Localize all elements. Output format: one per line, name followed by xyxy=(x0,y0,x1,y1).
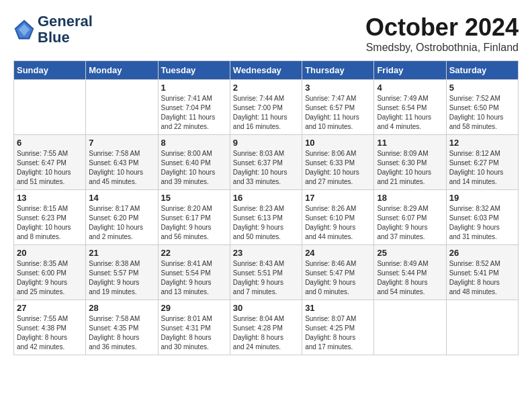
title-block: October 2024 Smedsby, Ostrobothnia, Finl… xyxy=(365,13,519,54)
logo-line2: Blue xyxy=(38,30,93,46)
day-info: Sunrise: 7:58 AM Sunset: 6:43 PM Dayligh… xyxy=(89,149,154,187)
calendar-cell: 2Sunrise: 7:44 AM Sunset: 7:00 PM Daylig… xyxy=(230,80,302,135)
day-info: Sunrise: 7:55 AM Sunset: 6:47 PM Dayligh… xyxy=(17,149,83,187)
col-tuesday: Tuesday xyxy=(158,61,230,80)
day-info: Sunrise: 8:04 AM Sunset: 4:28 PM Dayligh… xyxy=(233,314,299,352)
day-number: 13 xyxy=(17,193,83,203)
page-header: General Blue October 2024 Smedsby, Ostro… xyxy=(13,13,519,54)
day-number: 15 xyxy=(161,193,227,203)
col-friday: Friday xyxy=(374,61,446,80)
col-monday: Monday xyxy=(86,61,158,80)
day-info: Sunrise: 8:41 AM Sunset: 5:54 PM Dayligh… xyxy=(161,259,227,297)
calendar-week-1: 1Sunrise: 7:41 AM Sunset: 7:04 PM Daylig… xyxy=(14,80,519,135)
day-number: 16 xyxy=(233,193,299,203)
calendar-week-5: 27Sunrise: 7:55 AM Sunset: 4:38 PM Dayli… xyxy=(14,300,519,355)
day-number: 1 xyxy=(161,83,227,93)
calendar-cell: 10Sunrise: 8:06 AM Sunset: 6:33 PM Dayli… xyxy=(302,135,374,190)
calendar-cell: 27Sunrise: 7:55 AM Sunset: 4:38 PM Dayli… xyxy=(14,300,86,355)
calendar-cell xyxy=(86,80,158,135)
calendar-week-3: 13Sunrise: 8:15 AM Sunset: 6:23 PM Dayli… xyxy=(14,190,519,245)
day-number: 10 xyxy=(305,138,371,148)
calendar-cell: 15Sunrise: 8:20 AM Sunset: 6:17 PM Dayli… xyxy=(158,190,230,245)
logo-text: General Blue xyxy=(38,13,93,46)
day-info: Sunrise: 8:06 AM Sunset: 6:33 PM Dayligh… xyxy=(305,149,371,187)
calendar-cell: 17Sunrise: 8:26 AM Sunset: 6:10 PM Dayli… xyxy=(302,190,374,245)
logo-icon xyxy=(13,19,35,40)
day-number: 22 xyxy=(161,248,227,258)
calendar-cell xyxy=(14,80,86,135)
day-number: 23 xyxy=(233,248,299,258)
day-number: 19 xyxy=(449,193,515,203)
day-number: 27 xyxy=(17,303,83,313)
day-info: Sunrise: 7:55 AM Sunset: 4:38 PM Dayligh… xyxy=(17,314,83,352)
day-info: Sunrise: 8:29 AM Sunset: 6:07 PM Dayligh… xyxy=(377,204,443,242)
day-number: 31 xyxy=(305,303,371,313)
day-number: 24 xyxy=(305,248,371,258)
day-number: 11 xyxy=(377,138,443,148)
day-info: Sunrise: 7:41 AM Sunset: 7:04 PM Dayligh… xyxy=(161,94,227,132)
logo: General Blue xyxy=(13,13,93,46)
col-sunday: Sunday xyxy=(14,61,86,80)
calendar-cell: 3Sunrise: 7:47 AM Sunset: 6:57 PM Daylig… xyxy=(302,80,374,135)
day-info: Sunrise: 7:52 AM Sunset: 6:50 PM Dayligh… xyxy=(449,94,515,132)
day-number: 25 xyxy=(377,248,443,258)
day-info: Sunrise: 8:20 AM Sunset: 6:17 PM Dayligh… xyxy=(161,204,227,242)
calendar-cell: 28Sunrise: 7:58 AM Sunset: 4:35 PM Dayli… xyxy=(86,300,158,355)
day-info: Sunrise: 7:47 AM Sunset: 6:57 PM Dayligh… xyxy=(305,94,371,132)
day-number: 12 xyxy=(449,138,515,148)
day-info: Sunrise: 8:49 AM Sunset: 5:44 PM Dayligh… xyxy=(377,259,443,297)
calendar-cell: 24Sunrise: 8:46 AM Sunset: 5:47 PM Dayli… xyxy=(302,245,374,300)
location-title: Smedsby, Ostrobothnia, Finland xyxy=(365,42,519,54)
calendar-cell: 16Sunrise: 8:23 AM Sunset: 6:13 PM Dayli… xyxy=(230,190,302,245)
calendar-cell: 29Sunrise: 8:01 AM Sunset: 4:31 PM Dayli… xyxy=(158,300,230,355)
day-number: 26 xyxy=(449,248,515,258)
day-info: Sunrise: 8:46 AM Sunset: 5:47 PM Dayligh… xyxy=(305,259,371,297)
calendar-cell: 20Sunrise: 8:35 AM Sunset: 6:00 PM Dayli… xyxy=(14,245,86,300)
day-info: Sunrise: 7:49 AM Sunset: 6:54 PM Dayligh… xyxy=(377,94,443,132)
day-info: Sunrise: 8:15 AM Sunset: 6:23 PM Dayligh… xyxy=(17,204,83,242)
calendar-table: Sunday Monday Tuesday Wednesday Thursday… xyxy=(13,60,519,355)
calendar-cell: 7Sunrise: 7:58 AM Sunset: 6:43 PM Daylig… xyxy=(86,135,158,190)
calendar-cell: 19Sunrise: 8:32 AM Sunset: 6:03 PM Dayli… xyxy=(446,190,518,245)
day-info: Sunrise: 8:23 AM Sunset: 6:13 PM Dayligh… xyxy=(233,204,299,242)
day-info: Sunrise: 8:03 AM Sunset: 6:37 PM Dayligh… xyxy=(233,149,299,187)
calendar-cell: 4Sunrise: 7:49 AM Sunset: 6:54 PM Daylig… xyxy=(374,80,446,135)
day-info: Sunrise: 8:32 AM Sunset: 6:03 PM Dayligh… xyxy=(449,204,515,242)
calendar-header: Sunday Monday Tuesday Wednesday Thursday… xyxy=(14,61,519,80)
day-number: 8 xyxy=(161,138,227,148)
logo-line1: General xyxy=(38,13,93,30)
day-info: Sunrise: 8:12 AM Sunset: 6:27 PM Dayligh… xyxy=(449,149,515,187)
calendar-cell: 14Sunrise: 8:17 AM Sunset: 6:20 PM Dayli… xyxy=(86,190,158,245)
calendar-cell: 22Sunrise: 8:41 AM Sunset: 5:54 PM Dayli… xyxy=(158,245,230,300)
day-info: Sunrise: 8:00 AM Sunset: 6:40 PM Dayligh… xyxy=(161,149,227,187)
calendar-cell: 13Sunrise: 8:15 AM Sunset: 6:23 PM Dayli… xyxy=(14,190,86,245)
calendar-cell: 30Sunrise: 8:04 AM Sunset: 4:28 PM Dayli… xyxy=(230,300,302,355)
day-info: Sunrise: 8:38 AM Sunset: 5:57 PM Dayligh… xyxy=(89,259,154,297)
header-row: Sunday Monday Tuesday Wednesday Thursday… xyxy=(14,61,519,80)
day-number: 20 xyxy=(17,248,83,258)
day-info: Sunrise: 8:52 AM Sunset: 5:41 PM Dayligh… xyxy=(449,259,515,297)
day-number: 29 xyxy=(161,303,227,313)
col-thursday: Thursday xyxy=(302,61,374,80)
day-info: Sunrise: 8:26 AM Sunset: 6:10 PM Dayligh… xyxy=(305,204,371,242)
day-number: 17 xyxy=(305,193,371,203)
calendar-cell xyxy=(446,300,518,355)
calendar-cell: 5Sunrise: 7:52 AM Sunset: 6:50 PM Daylig… xyxy=(446,80,518,135)
day-info: Sunrise: 8:09 AM Sunset: 6:30 PM Dayligh… xyxy=(377,149,443,187)
day-info: Sunrise: 8:43 AM Sunset: 5:51 PM Dayligh… xyxy=(233,259,299,297)
day-info: Sunrise: 8:17 AM Sunset: 6:20 PM Dayligh… xyxy=(89,204,154,242)
calendar-week-2: 6Sunrise: 7:55 AM Sunset: 6:47 PM Daylig… xyxy=(14,135,519,190)
calendar-cell: 8Sunrise: 8:00 AM Sunset: 6:40 PM Daylig… xyxy=(158,135,230,190)
calendar-cell: 18Sunrise: 8:29 AM Sunset: 6:07 PM Dayli… xyxy=(374,190,446,245)
day-number: 4 xyxy=(377,83,443,93)
day-number: 2 xyxy=(233,83,299,93)
calendar-body: 1Sunrise: 7:41 AM Sunset: 7:04 PM Daylig… xyxy=(14,80,519,355)
calendar-cell xyxy=(374,300,446,355)
day-info: Sunrise: 8:01 AM Sunset: 4:31 PM Dayligh… xyxy=(161,314,227,352)
day-number: 5 xyxy=(449,83,515,93)
calendar-cell: 1Sunrise: 7:41 AM Sunset: 7:04 PM Daylig… xyxy=(158,80,230,135)
calendar-cell: 26Sunrise: 8:52 AM Sunset: 5:41 PM Dayli… xyxy=(446,245,518,300)
day-info: Sunrise: 7:58 AM Sunset: 4:35 PM Dayligh… xyxy=(89,314,154,352)
day-info: Sunrise: 8:07 AM Sunset: 4:25 PM Dayligh… xyxy=(305,314,371,352)
day-info: Sunrise: 7:44 AM Sunset: 7:00 PM Dayligh… xyxy=(233,94,299,132)
